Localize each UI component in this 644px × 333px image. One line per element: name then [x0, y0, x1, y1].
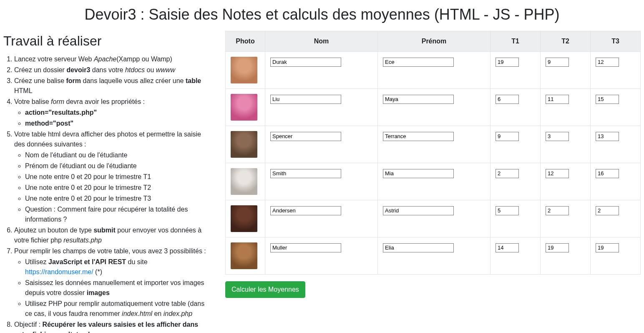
instr-6: Ajoutez un bouton de type submit pour en… [14, 225, 209, 245]
nom-input[interactable] [270, 132, 341, 141]
table-row [226, 200, 641, 237]
instr-5: Votre table html devra afficher des phot… [14, 129, 209, 225]
t1-input[interactable] [496, 169, 519, 178]
nom-input[interactable] [270, 243, 341, 252]
col-t1: T1 [491, 31, 541, 52]
instr-8: Objectif : Récupérer les valeurs saisies… [14, 320, 209, 333]
col-t2: T2 [541, 31, 591, 52]
instr-4-sub1: action="resultats.php" [25, 108, 209, 118]
t2-input[interactable] [546, 95, 569, 104]
col-nom: Nom [265, 31, 378, 52]
instr-4-sub2: method="post" [25, 119, 209, 129]
randomuser-link[interactable]: https://randomuser.me/ [25, 268, 93, 275]
table-row [226, 237, 641, 275]
instr-5-sub4: Une note entre 0 et 20 pour le trimestre… [25, 183, 209, 193]
t1-input[interactable] [496, 132, 519, 141]
col-photo: Photo [226, 31, 265, 52]
t2-input[interactable] [546, 243, 569, 252]
instr-7: Pour remplir les champs de votre table, … [14, 246, 209, 319]
t1-input[interactable] [496, 95, 519, 104]
instr-5-sub6: Question : Comment faire pour récupérer … [25, 204, 209, 225]
avatar [231, 168, 257, 195]
page-title: Devoir3 : Saisie des Notes et calculs de… [0, 3, 644, 26]
prenom-input[interactable] [383, 169, 454, 178]
t3-input[interactable] [596, 169, 619, 178]
avatar [231, 57, 257, 83]
prenom-input[interactable] [383, 132, 454, 141]
t2-input[interactable] [546, 169, 569, 178]
prenom-input[interactable] [383, 206, 454, 215]
table-row [226, 89, 641, 126]
prenom-input[interactable] [383, 58, 454, 67]
avatar [231, 131, 257, 158]
nom-input[interactable] [270, 206, 341, 215]
nom-input[interactable] [270, 169, 341, 178]
t3-input[interactable] [596, 58, 619, 67]
prenom-input[interactable] [383, 243, 454, 252]
instr-7-sub2: Saisissez les données manuellement et im… [25, 278, 209, 298]
t3-input[interactable] [596, 243, 619, 252]
t1-input[interactable] [496, 206, 519, 215]
avatar [231, 94, 257, 121]
instr-1: Lancez votre serveur Web Apache(Xampp ou… [14, 54, 209, 64]
grades-table: Photo Nom Prénom T1 T2 T3 [225, 31, 641, 275]
t3-input[interactable] [596, 132, 619, 141]
nom-input[interactable] [270, 58, 341, 67]
col-prenom: Prénom [378, 31, 491, 52]
table-row [226, 163, 641, 200]
instructions-panel: Travail à réaliser Lancez votre serveur … [3, 31, 212, 333]
table-row [226, 52, 641, 89]
instr-2: Créez un dossier devoir3 dans votre htdo… [14, 65, 209, 75]
t1-input[interactable] [496, 243, 519, 252]
t2-input[interactable] [546, 58, 569, 67]
form-panel: Photo Nom Prénom T1 T2 T3 Calculer les M… [222, 31, 641, 333]
t3-input[interactable] [596, 95, 619, 104]
avatar [231, 242, 257, 269]
instr-5-sub2: Prénom de l'étudiant ou de l'étudiante [25, 161, 209, 171]
instr-3: Créez une balise form dans laquelle vous… [14, 76, 209, 96]
instr-7-sub3: Utilisez PHP pour remplir automatiquemen… [25, 299, 209, 319]
instructions-list: Lancez votre serveur Web Apache(Xampp ou… [3, 54, 209, 333]
avatar [231, 205, 257, 232]
t3-input[interactable] [596, 206, 619, 215]
col-t3: T3 [591, 31, 641, 52]
nom-input[interactable] [270, 95, 341, 104]
t2-input[interactable] [546, 206, 569, 215]
table-row [226, 126, 641, 163]
calculate-button[interactable]: Calculer les Moyennes [225, 281, 305, 298]
t2-input[interactable] [546, 132, 569, 141]
instr-5-sub1: Nom de l'étudiant ou de l'étudiante [25, 150, 209, 160]
t1-input[interactable] [496, 58, 519, 67]
instr-5-sub3: Une note entre 0 et 20 pour le trimestre… [25, 172, 209, 182]
prenom-input[interactable] [383, 95, 454, 104]
instr-4: Votre balise form devra avoir les propri… [14, 97, 209, 129]
instructions-heading: Travail à réaliser [3, 31, 209, 51]
instr-7-sub1: Utilisez JavaScript et l'API REST du sit… [25, 257, 209, 277]
instr-5-sub5: Une note entre 0 et 20 pour le trimestre… [25, 194, 209, 204]
